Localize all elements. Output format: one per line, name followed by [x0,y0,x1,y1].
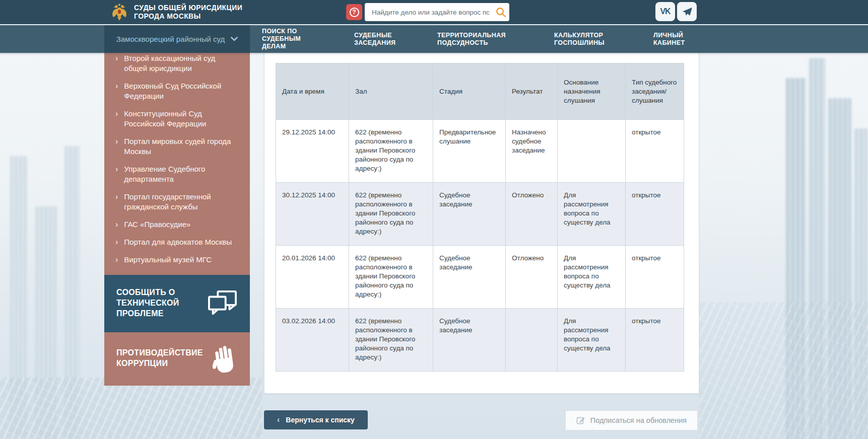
chevron-right-icon: › [115,237,118,247]
cell-result: Назначено судебное заседание [506,120,558,183]
cell-date: 29.12.2025 14:00 [276,120,349,183]
cell-basis: Для рассмотрения вопроса по существу дел… [558,246,626,309]
chat-bubbles-icon [207,289,238,318]
nav-item-personal-account[interactable]: ЛИЧНЫЙ КАБИНЕТ [653,25,694,53]
sidebar-item-grazhdanskaya-sluzhba[interactable]: › Портал государственной гражданской слу… [115,192,238,212]
nav-item-court-sessions[interactable]: СУДЕБНЫЕ ЗАСЕДАНИЯ [354,25,405,53]
vk-social-button[interactable]: VK [655,2,675,21]
main-navigation-bar: Замоскворецкий районный суд ПОИСК ПО СУД… [0,25,868,53]
table-row: 30.12.2025 14:00 622 (временно расположе… [276,183,684,246]
nav-item-fee-calculator[interactable]: КАЛЬКУЛЯТОР ГОСПОШЛИНЫ [554,25,611,53]
subscribe-updates-label: Подписаться на обновления [590,416,687,424]
table-row: 20.01.2026 14:00 622 (временно расположе… [276,246,684,309]
sidebar-item-virtualny-muzey[interactable]: › Виртуальный музей МГС [115,255,238,265]
vk-icon: VK [660,7,670,16]
sidebar-item-kassacionny-sud[interactable]: › Второй кассационный суд общей юрисдикц… [115,53,238,74]
chevron-right-icon: › [115,192,118,212]
assistant-help-button[interactable]: ? [346,4,362,20]
chevron-right-icon: › [115,81,118,101]
background-city-photo-bottomright [699,302,868,439]
telegram-social-button[interactable] [677,2,697,21]
sidebar-item-konstitucionny-sud[interactable]: › Конституционный Суд Российской Федерац… [115,109,238,129]
col-header-basis: Основание назначения слушания [558,63,626,120]
header-divider [0,24,868,25]
cell-stage: Судебное заседание [433,246,506,309]
col-header-hall: Зал [349,63,433,120]
sidebar-item-sudebny-departament[interactable]: › Управление Судебного департамента [115,164,238,184]
chevron-down-icon [231,37,238,41]
cell-stage: Судебное заседание [433,309,506,372]
sessions-table: Дата и время Зал Стадия Результат Основа… [276,63,684,372]
table-header-row: Дата и время Зал Стадия Результат Основа… [276,63,684,120]
site-logo-home-link[interactable]: СУДЫ ОБЩЕЙ ЮРИСДИКЦИИ ГОРОДА МОСКВЫ [111,3,242,21]
edit-subscribe-icon [576,416,585,425]
cell-basis: Для рассмотрения вопроса по существу дел… [558,183,626,246]
chevron-right-icon: › [115,136,118,157]
back-to-list-button[interactable]: ‹ Вернуться к списку [264,410,368,429]
table-row: 29.12.2025 14:00 622 (временно расположе… [276,120,684,183]
cell-result: Отложено [506,183,558,246]
table-row: 03.02.2026 14:00 622 (временно расположе… [276,309,684,372]
chevron-right-icon: › [115,220,118,230]
court-selector-dropdown[interactable]: Замоскворецкий районный суд [104,25,250,53]
chevron-right-icon: › [115,255,118,265]
cell-type: открытое [626,309,684,372]
sidebar-item-advokaty-moskvy[interactable]: › Портал для адвокатов Москвы [115,237,238,247]
cell-result: Отложено [506,246,558,309]
coat-of-arms-icon [111,3,128,21]
chevron-left-icon: ‹ [277,415,280,424]
col-header-type: Тип судебного заседания/ слушания [626,63,684,120]
search-bar [365,3,509,21]
cell-hall: 622 (временно расположенного в здании Пе… [349,309,433,372]
cell-type: открытое [626,246,684,309]
nav-item-territorial-jurisdiction[interactable]: ТЕРРИТОРИАЛЬНАЯ ПОДСУДНОСТЬ [437,25,512,53]
report-technical-problem-button[interactable]: СООБЩИТЬ О ТЕХНИЧЕСКОЙ ПРОБЛЕМЕ [104,275,250,332]
site-title: СУДЫ ОБЩЕЙ ЮРИСДИКЦИИ ГОРОДА МОСКВЫ [134,4,242,21]
case-sessions-panel: Дата и время Зал Стадия Результат Основа… [264,40,699,394]
top-header-bar: СУДЫ ОБЩЕЙ ЮРИСДИКЦИИ ГОРОДА МОСКВЫ ? VK [0,0,868,24]
sidebar-item-verhovny-sud[interactable]: › Верховный Суд Российской Федерации [115,81,238,101]
back-to-list-label: Вернуться к списку [286,416,355,424]
sidebar: › Второй кассационный суд общей юрисдикц… [104,53,250,386]
col-header-date: Дата и время [276,63,349,120]
col-header-stage: Стадия [433,63,506,120]
chevron-right-icon: › [115,164,118,184]
sidebar-item-mirovye-sudi[interactable]: › Портал мировых судей города Москвы [115,136,238,157]
question-mark-icon: ? [350,8,359,17]
cell-type: открытое [626,183,684,246]
cell-date: 30.12.2025 14:00 [276,183,349,246]
telegram-icon [682,7,693,17]
cell-basis [558,120,626,183]
subscribe-updates-button[interactable]: Подписаться на обновления [565,410,698,430]
col-header-result: Результат [506,63,558,120]
cell-type: открытое [626,120,684,183]
cell-stage: Судебное заседание [433,183,506,246]
cell-basis: Для рассмотрения вопроса по существу дел… [558,309,626,372]
stop-hand-icon [210,343,239,375]
cell-hall: 622 (временно расположенного в здании Пе… [349,246,433,309]
chevron-right-icon: › [115,53,118,74]
cell-date: 03.02.2026 14:00 [276,309,349,372]
cell-result [506,309,558,372]
cell-hall: 622 (временно расположенного в здании Пе… [349,120,433,183]
cell-hall: 622 (временно расположенного в здании Пе… [349,183,433,246]
anti-corruption-button[interactable]: ПРОТИВОДЕЙСТВИЕ КОРРУПЦИИ [104,332,250,386]
chevron-right-icon: › [115,109,118,129]
page-root: Дата и время Зал Стадия Результат Основа… [0,0,868,439]
nav-item-case-search[interactable]: ПОИСК ПО СУДЕБНЫМ ДЕЛАМ [262,25,323,53]
cell-date: 20.01.2026 14:00 [276,246,349,309]
background-city-photo-bottom [0,378,262,439]
sidebar-item-gas-pravosudie[interactable]: › ГАС «Правосудие» [115,220,238,230]
sidebar-links-list: › Второй кассационный суд общей юрисдикц… [104,53,250,275]
cell-stage: Предварительное слушание [433,120,506,183]
search-input[interactable] [365,9,492,16]
search-icon[interactable] [492,3,509,21]
